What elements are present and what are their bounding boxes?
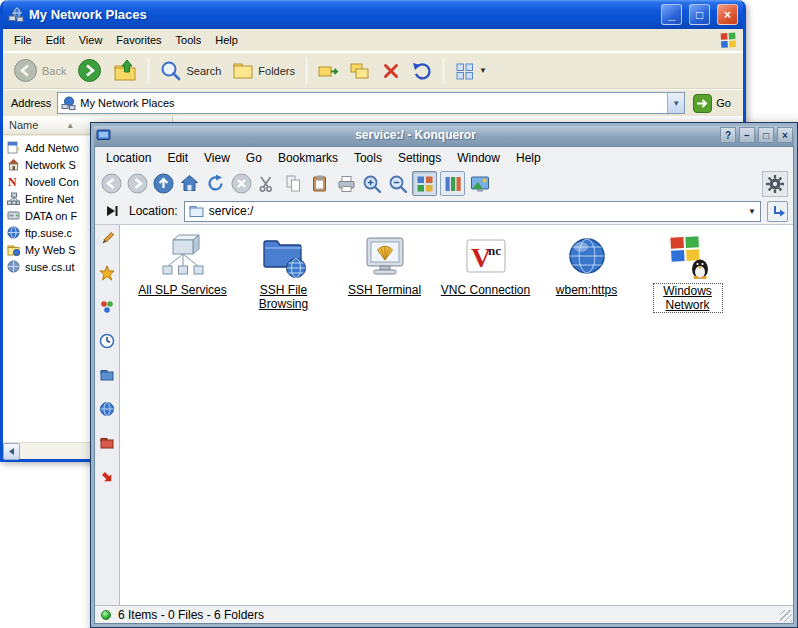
- up-button[interactable]: [109, 57, 141, 85]
- menu-settings[interactable]: Settings: [390, 149, 449, 167]
- location-value: service:/: [209, 204, 254, 218]
- file-item-wbem-https[interactable]: wbem:https: [536, 232, 637, 297]
- forward-button[interactable]: [73, 56, 106, 85]
- novell-icon: N: [7, 175, 20, 188]
- folders-button[interactable]: Folders: [228, 58, 299, 84]
- konqueror-titlebar[interactable]: service:/ - Konqueror ? − □ ×: [94, 126, 794, 146]
- up-folder-icon: [113, 59, 137, 83]
- close-button[interactable]: ×: [777, 127, 793, 143]
- search-label: Search: [186, 65, 221, 77]
- go-button[interactable]: Go: [693, 94, 731, 113]
- scroll-left-button[interactable]: [3, 443, 20, 460]
- undo-icon: [411, 60, 432, 81]
- zoom-in-button[interactable]: [360, 172, 383, 195]
- menu-file[interactable]: File: [7, 31, 39, 49]
- maximize-button[interactable]: □: [758, 127, 774, 143]
- cut-button[interactable]: [256, 172, 279, 195]
- menu-tools[interactable]: Tools: [346, 149, 390, 167]
- move-to-icon: [318, 60, 339, 81]
- menu-help[interactable]: Help: [208, 31, 245, 49]
- back-button[interactable]: [100, 172, 123, 195]
- globe-icon: [563, 232, 611, 280]
- file-item-all-slp-services[interactable]: All SLP Services: [132, 232, 233, 297]
- konqueror-window-title: service:/ - Konqueror: [114, 128, 717, 142]
- forward-button[interactable]: [126, 172, 149, 195]
- file-item-label: SSH File Browsing: [249, 283, 319, 311]
- close-button[interactable]: ×: [717, 4, 738, 25]
- folders-label: Folders: [258, 65, 295, 77]
- views-icon: [455, 61, 475, 81]
- stop-button[interactable]: [230, 172, 253, 195]
- file-item-vnc-connection[interactable]: Vnc VNC Connection: [435, 232, 536, 297]
- menu-go[interactable]: Go: [238, 149, 270, 167]
- pen-icon[interactable]: [98, 230, 116, 248]
- menu-bookmarks[interactable]: Bookmarks: [270, 149, 346, 167]
- minimize-button[interactable]: −: [739, 127, 755, 143]
- history-clock-icon[interactable]: [98, 332, 116, 350]
- root-folder-icon[interactable]: [98, 434, 116, 452]
- status-led-icon: [101, 610, 111, 620]
- file-item-ssh-file-browsing[interactable]: SSH File Browsing: [233, 232, 334, 311]
- menu-edit[interactable]: Edit: [39, 31, 72, 49]
- reload-button[interactable]: [204, 172, 227, 195]
- folder-view[interactable]: All SLP Services SSH File Browsing SSH T…: [120, 225, 793, 605]
- xp-titlebar[interactable]: My Network Places _ □ ×: [3, 0, 743, 29]
- resize-grip[interactable]: [780, 610, 792, 622]
- file-item-ssh-terminal[interactable]: SSH Terminal: [334, 232, 435, 297]
- undo-button[interactable]: [407, 58, 436, 83]
- location-input[interactable]: service:/ ▼: [184, 201, 761, 222]
- help-button[interactable]: ?: [720, 127, 736, 143]
- menu-window[interactable]: Window: [449, 149, 508, 167]
- home-folder-icon[interactable]: [98, 366, 116, 384]
- devices-icon[interactable]: [98, 298, 116, 316]
- copy-to-icon: [350, 60, 371, 81]
- menu-help[interactable]: Help: [508, 149, 549, 167]
- icon-view-button[interactable]: [412, 171, 437, 196]
- address-input[interactable]: My Network Places ▼: [57, 92, 685, 114]
- move-to-button[interactable]: [314, 58, 343, 83]
- menu-favorites[interactable]: Favorites: [109, 31, 168, 49]
- forward-icon: [77, 58, 102, 83]
- minimize-button[interactable]: _: [661, 4, 682, 25]
- shared-drive-icon: [7, 209, 20, 222]
- print-button[interactable]: [334, 172, 357, 195]
- file-item-label: Windows Network: [653, 283, 723, 313]
- search-icon: [160, 60, 182, 82]
- back-button[interactable]: Back: [9, 56, 70, 85]
- search-button[interactable]: Search: [156, 58, 225, 84]
- location-label: Location:: [129, 204, 178, 218]
- location-dropdown-button[interactable]: ▼: [744, 202, 760, 221]
- toolbar-separator: [443, 58, 444, 84]
- menu-view[interactable]: View: [72, 31, 110, 49]
- clear-location-button[interactable]: [100, 200, 123, 223]
- terminal-icon: [361, 232, 409, 280]
- file-item-windows-network[interactable]: Windows Network: [637, 232, 738, 313]
- back-label: Back: [42, 65, 66, 77]
- preview-button[interactable]: [468, 172, 491, 195]
- delete-icon: [382, 62, 400, 80]
- menu-location[interactable]: Location: [98, 149, 159, 167]
- views-button[interactable]: ▼: [451, 59, 491, 83]
- menu-view[interactable]: View: [196, 149, 238, 167]
- toolbar-separator: [306, 58, 307, 84]
- windows-network-icon: [664, 232, 712, 280]
- multicolumn-view-button[interactable]: [440, 171, 465, 196]
- address-dropdown-button[interactable]: ▼: [667, 93, 684, 113]
- paste-button[interactable]: [308, 172, 331, 195]
- ftp-site-icon: [7, 226, 20, 239]
- address-value: My Network Places: [80, 97, 174, 109]
- xp-addressbar: Address My Network Places ▼ Go: [3, 89, 743, 116]
- menu-edit[interactable]: Edit: [159, 149, 196, 167]
- menu-tools[interactable]: Tools: [169, 31, 209, 49]
- copy-to-button[interactable]: [346, 58, 375, 83]
- delete-button[interactable]: [378, 60, 404, 82]
- network-globe-icon[interactable]: [98, 400, 116, 418]
- maximize-button[interactable]: □: [689, 4, 710, 25]
- bookmarks-star-icon[interactable]: [98, 264, 116, 282]
- zoom-out-button[interactable]: [386, 172, 409, 195]
- copy-button[interactable]: [282, 172, 305, 195]
- up-button[interactable]: [152, 172, 175, 195]
- home-button[interactable]: [178, 172, 201, 195]
- go-to-location-button[interactable]: [767, 201, 788, 222]
- services-arrow-icon[interactable]: [98, 468, 116, 486]
